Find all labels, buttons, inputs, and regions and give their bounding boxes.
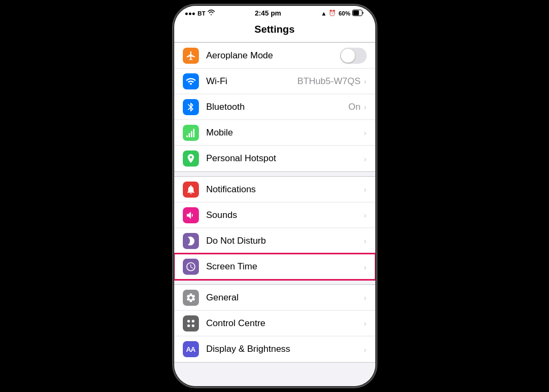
svg-rect-2 bbox=[186, 135, 188, 137]
aeroplane-label: Aeroplane Mode bbox=[206, 50, 340, 61]
notifications-icon bbox=[183, 182, 199, 198]
hotspot-label: Personal Hotspot bbox=[206, 153, 364, 164]
mobile-label: Mobile bbox=[206, 127, 364, 138]
section-notifications: Notifications › Sounds › bbox=[174, 176, 375, 280]
controlcentre-label: Control Centre bbox=[206, 318, 364, 329]
status-bar: ●●● BT 2:45 pm ▲ ⏰ 60% bbox=[174, 6, 375, 19]
displaybrightness-label: Display & Brightness bbox=[206, 344, 364, 355]
row-notifications[interactable]: Notifications › bbox=[174, 177, 375, 202]
screentime-label: Screen Time bbox=[206, 261, 364, 272]
row-controlcentre[interactable]: Control Centre › bbox=[174, 311, 375, 336]
hotspot-icon bbox=[183, 150, 199, 167]
donotdisturb-icon bbox=[183, 233, 199, 249]
row-donotdisturb[interactable]: Do Not Disturb › bbox=[174, 228, 375, 254]
row-hotspot[interactable]: Personal Hotspot › bbox=[174, 146, 375, 171]
section-connectivity: Aeroplane Mode Wi-Fi BTHub5-W7QS › Bluet… bbox=[174, 42, 375, 172]
page-title: Settings bbox=[174, 19, 375, 42]
settings-scroll[interactable]: Aeroplane Mode Wi-Fi BTHub5-W7QS › Bluet… bbox=[174, 42, 375, 386]
svg-rect-3 bbox=[188, 133, 190, 137]
row-general[interactable]: General › bbox=[174, 285, 375, 311]
wifi-value: BTHub5-W7QS bbox=[297, 76, 360, 87]
notifications-label: Notifications bbox=[206, 184, 364, 195]
svg-point-9 bbox=[191, 324, 194, 327]
general-icon bbox=[183, 290, 199, 306]
row-wifi[interactable]: Wi-Fi BTHub5-W7QS › bbox=[174, 69, 375, 94]
general-label: General bbox=[206, 292, 364, 303]
svg-point-7 bbox=[191, 320, 194, 322]
bluetooth-value: On bbox=[348, 102, 361, 112]
wifi-chevron: › bbox=[364, 77, 367, 86]
mobile-icon bbox=[183, 125, 199, 141]
displaybrightness-chevron: › bbox=[364, 345, 367, 354]
sounds-icon bbox=[183, 207, 199, 223]
status-right: ▲ ⏰ 60% bbox=[321, 10, 365, 17]
wifi-icon bbox=[207, 9, 215, 17]
row-bluetooth[interactable]: Bluetooth On › bbox=[174, 94, 375, 120]
row-sounds[interactable]: Sounds › bbox=[174, 202, 375, 228]
screentime-icon bbox=[183, 259, 199, 275]
row-screentime[interactable]: Screen Time › bbox=[174, 254, 375, 280]
general-chevron: › bbox=[364, 293, 367, 302]
sounds-label: Sounds bbox=[206, 210, 364, 221]
status-left: ●●● BT bbox=[185, 9, 216, 17]
controlcentre-chevron: › bbox=[364, 319, 367, 328]
bluetooth-icon bbox=[183, 99, 199, 115]
controlcentre-icon bbox=[183, 315, 199, 331]
donotdisturb-label: Do Not Disturb bbox=[206, 236, 364, 246]
aeroplane-toggle[interactable] bbox=[340, 48, 367, 64]
svg-rect-5 bbox=[193, 129, 195, 137]
svg-point-8 bbox=[187, 324, 190, 327]
screentime-chevron: › bbox=[364, 262, 367, 272]
battery-icon bbox=[352, 10, 364, 17]
location-icon: ▲ bbox=[321, 10, 327, 17]
wifi-label: Wi-Fi bbox=[206, 76, 298, 87]
bt-label: BT bbox=[197, 10, 205, 17]
signal-icon: ●●● bbox=[185, 10, 196, 17]
section-system: General › Control Centre › bbox=[174, 284, 375, 363]
svg-point-6 bbox=[187, 320, 190, 322]
svg-rect-1 bbox=[353, 10, 359, 15]
notifications-chevron: › bbox=[364, 185, 367, 194]
phone-frame: ●●● BT 2:45 pm ▲ ⏰ 60% bbox=[174, 6, 375, 386]
bluetooth-label: Bluetooth bbox=[206, 102, 348, 112]
wifi-row-icon bbox=[183, 73, 199, 89]
aeroplane-icon bbox=[183, 48, 199, 64]
row-aeroplane[interactable]: Aeroplane Mode bbox=[174, 43, 375, 69]
displaybrightness-icon: AA bbox=[183, 341, 199, 357]
alarm-icon: ⏰ bbox=[329, 10, 336, 17]
battery-level: 60% bbox=[338, 10, 350, 17]
hotspot-chevron: › bbox=[364, 154, 367, 163]
donotdisturb-chevron: › bbox=[364, 236, 367, 245]
sounds-chevron: › bbox=[364, 210, 367, 220]
svg-rect-4 bbox=[191, 131, 192, 137]
mobile-chevron: › bbox=[364, 128, 367, 137]
row-displaybrightness[interactable]: AA Display & Brightness › bbox=[174, 336, 375, 362]
row-mobile[interactable]: Mobile › bbox=[174, 120, 375, 146]
bluetooth-chevron: › bbox=[364, 102, 367, 111]
status-time: 2:45 pm bbox=[255, 9, 281, 17]
